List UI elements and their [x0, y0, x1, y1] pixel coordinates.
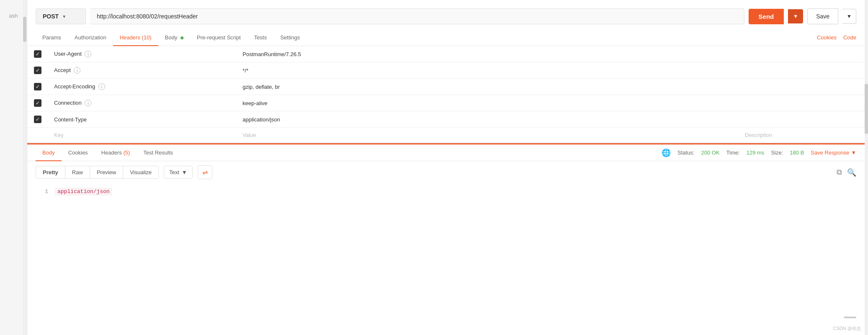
header-row-user-agent: ✓ User-Agent i PostmanRuntime/7.26.5: [27, 46, 865, 62]
info-icon-accept-encoding: i: [98, 83, 105, 90]
info-icon-accept: i: [74, 67, 80, 74]
send-dropdown-button[interactable]: ▼: [788, 9, 803, 23]
horizontal-scroll-thumb[interactable]: [844, 317, 856, 318]
format-tab-visualize[interactable]: Visualize: [123, 166, 158, 178]
tabs-right-links: Cookies Code: [817, 34, 856, 41]
header-desc-cell: [739, 46, 865, 62]
copy-icon[interactable]: ⧉: [837, 168, 842, 177]
request-bar: POST ▼ Send ▼ Save ▼: [27, 3, 865, 29]
header-row-empty: Key Value Description: [27, 128, 865, 143]
right-scrollbar[interactable]: [865, 0, 868, 335]
body-format-bar: Pretty Raw Preview Visualize Text ▼: [27, 161, 865, 183]
body-actions-right: ⧉ 🔍: [837, 168, 856, 177]
save-button[interactable]: Save: [807, 8, 838, 24]
header-value-cell: PostmanRuntime/7.26.5: [237, 46, 739, 62]
wrap-button[interactable]: ⇌: [198, 165, 212, 179]
response-tab-headers[interactable]: Headers (5): [95, 144, 137, 161]
headers-section: ✓ User-Agent i PostmanRuntime/7.26.5: [27, 46, 865, 143]
format-type-select[interactable]: Text ▼: [164, 166, 193, 179]
save-response-button[interactable]: Save Response ▼: [811, 149, 856, 156]
tab-pre-request-script[interactable]: Pre-request Script: [190, 29, 248, 46]
code-link[interactable]: Code: [843, 34, 856, 41]
main-content: POST ▼ Send ▼ Save ▼ Params Authorizatio…: [27, 0, 865, 335]
code-area: 1 application/json: [27, 183, 865, 200]
sidebar-text: ash: [9, 13, 18, 19]
body-dot-icon: [181, 36, 183, 39]
left-scroll-thumb[interactable]: [23, 17, 26, 42]
format-tab-raw[interactable]: Raw: [65, 166, 90, 178]
tab-body[interactable]: Body: [158, 29, 190, 46]
format-select-chevron-icon: ▼: [182, 169, 187, 175]
watermark: CSDN @化生: [833, 325, 861, 332]
tab-params[interactable]: Params: [36, 29, 68, 46]
tab-settings[interactable]: Settings: [274, 29, 307, 46]
url-input[interactable]: [90, 8, 744, 24]
checkbox-accept[interactable]: ✓: [34, 67, 41, 74]
header-checkbox-cell[interactable]: ✓: [27, 46, 48, 62]
format-tab-pretty[interactable]: Pretty: [36, 166, 65, 178]
header-row-accept-encoding: ✓ Accept-Encoding i gzip, deflate, br: [27, 79, 865, 95]
info-icon-connection: i: [85, 100, 91, 106]
header-row-content-type: ✓ Content-Type application/json: [27, 111, 865, 128]
checkbox-content-type[interactable]: ✓: [34, 116, 41, 123]
tab-authorization[interactable]: Authorization: [68, 29, 113, 46]
tab-headers[interactable]: Headers (10): [113, 29, 158, 46]
response-tab-test-results[interactable]: Test Results: [137, 144, 180, 161]
wrap-icon: ⇌: [202, 168, 208, 176]
save-dropdown-button[interactable]: ▼: [842, 9, 856, 24]
headers-table: ✓ User-Agent i PostmanRuntime/7.26.5: [27, 46, 865, 143]
response-tabs-bar: Body Cookies Headers (5) Test Results 🌐 …: [27, 144, 865, 161]
checkbox-user-agent[interactable]: ✓: [34, 50, 41, 58]
checkbox-accept-encoding[interactable]: ✓: [34, 83, 41, 90]
response-tab-body[interactable]: Body: [36, 144, 62, 161]
globe-icon: 🌐: [661, 148, 671, 157]
response-tab-cookies[interactable]: Cookies: [62, 144, 95, 161]
left-scrollbar[interactable]: [23, 0, 26, 335]
checkbox-connection[interactable]: ✓: [34, 99, 41, 107]
code-line-1: 1 application/json: [36, 188, 856, 196]
header-row-connection: ✓ Connection i keep-alive: [27, 95, 865, 111]
header-row-accept: ✓ Accept i */*: [27, 62, 865, 79]
tab-tests[interactable]: Tests: [248, 29, 274, 46]
save-response-chevron-icon: ▼: [851, 149, 856, 156]
format-tabs-group: Pretty Raw Preview Visualize: [36, 166, 159, 179]
response-status-bar: 🌐 Status: 200 OK Time: 129 ms Size: 180 …: [661, 148, 856, 157]
response-section: Body Cookies Headers (5) Test Results 🌐 …: [27, 143, 865, 200]
method-select[interactable]: POST ▼: [36, 8, 86, 24]
header-key-cell: User-Agent i: [48, 46, 237, 62]
search-icon[interactable]: 🔍: [847, 168, 856, 177]
method-chevron-icon: ▼: [62, 14, 66, 19]
method-label: POST: [43, 13, 59, 20]
send-button[interactable]: Send: [749, 9, 784, 24]
format-tab-preview[interactable]: Preview: [90, 166, 123, 178]
request-tabs-bar: Params Authorization Headers (10) Body P…: [27, 29, 865, 46]
info-icon-user-agent: i: [85, 51, 91, 57]
right-scroll-thumb[interactable]: [865, 84, 868, 134]
cookies-link[interactable]: Cookies: [817, 34, 837, 41]
